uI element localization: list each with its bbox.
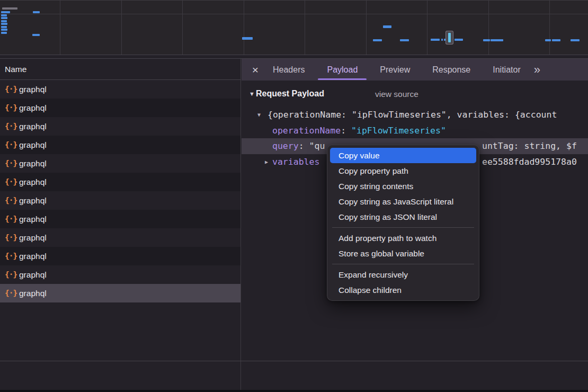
- list-item[interactable]: {·}graphql: [0, 99, 240, 117]
- menu-item-store-as-global-variable[interactable]: Store as global variable: [330, 246, 476, 261]
- menu-item-copy-value[interactable]: Copy value: [330, 148, 476, 163]
- network-activity-bar: [2, 7, 17, 10]
- json-request-icon: {·}: [5, 136, 19, 154]
- key-separator: :: [341, 126, 351, 136]
- expanded-triangle-icon: ▼: [257, 107, 261, 123]
- property-value-string: "ipFlowTimeseries": [351, 126, 446, 136]
- overview-gridline: [60, 1, 60, 55]
- network-activity-bar: [483, 39, 490, 41]
- menu-item-copy-string-js-literal[interactable]: Copy string as JavaScript literal: [330, 194, 476, 209]
- collapse-triangle-icon: ▼: [249, 91, 255, 97]
- network-activity-bar: [400, 39, 409, 41]
- network-activity-bar: [571, 39, 580, 41]
- more-tabs-icon[interactable]: »: [534, 64, 540, 76]
- overview-gridline-horizontal: [0, 14, 588, 14]
- list-item-selected[interactable]: {·}graphql: [0, 284, 240, 302]
- list-item[interactable]: {·}graphql: [0, 136, 240, 154]
- overview-gridline: [244, 1, 244, 55]
- request-name: graphql: [19, 265, 47, 284]
- property-key: operationName: [272, 126, 341, 136]
- list-item[interactable]: {·}graphql: [0, 210, 240, 228]
- request-name: graphql: [19, 154, 47, 173]
- tab-payload[interactable]: Payload: [316, 59, 369, 81]
- column-header-name[interactable]: Name: [0, 59, 240, 80]
- request-name: graphql: [19, 80, 47, 99]
- overview-gridline: [549, 1, 550, 55]
- network-activity-bar: [455, 39, 463, 41]
- summary-bar-divider: [0, 361, 588, 361]
- json-request-icon: {·}: [5, 284, 19, 302]
- details-tabbar: × Headers Payload Preview Response Initi…: [242, 59, 588, 81]
- network-activity-bar: [242, 37, 253, 40]
- menu-item-collapse-children[interactable]: Collapse children: [330, 282, 476, 298]
- network-activity-bar: [1, 32, 7, 34]
- request-name: graphql: [19, 117, 47, 136]
- request-name: graphql: [19, 99, 47, 117]
- menu-divider: [332, 227, 474, 228]
- request-payload-section-header[interactable]: ▼ Request Payload view source: [242, 87, 588, 103]
- list-item[interactable]: {·}graphql: [0, 247, 240, 265]
- menu-item-copy-string-contents[interactable]: Copy string contents: [330, 179, 476, 194]
- json-request-icon: {·}: [5, 265, 19, 284]
- network-activity-bar: [1, 14, 7, 16]
- property-key: query: [272, 141, 299, 151]
- overview-gridline: [305, 1, 305, 55]
- payload-operation-row[interactable]: operationName: "ipFlowTimeseries": [242, 123, 588, 139]
- network-activity-bar: [448, 33, 451, 42]
- request-list-panel: Name {·}graphql {·}graphql {·}graphql {·…: [0, 59, 241, 390]
- property-value-right-fragment: untTag: string, $f: [482, 138, 577, 154]
- list-item[interactable]: {·}graphql: [0, 228, 240, 247]
- json-request-icon: {·}: [5, 228, 19, 247]
- overview-gridline: [182, 1, 183, 55]
- json-request-icon: {·}: [5, 117, 19, 136]
- network-activity-bar: [1, 11, 10, 13]
- tab-initiator[interactable]: Initiator: [482, 59, 531, 81]
- collapsed-triangle-icon: ▶: [265, 154, 268, 170]
- request-name: graphql: [19, 136, 47, 154]
- payload-root-row[interactable]: ▼ {operationName: "ipFlowTimeseries", va…: [242, 107, 588, 123]
- menu-item-copy-string-json-literal[interactable]: Copy string as JSON literal: [330, 209, 476, 225]
- json-request-icon: {·}: [5, 99, 19, 117]
- overview-gridline: [121, 1, 122, 55]
- list-item[interactable]: {·}graphql: [0, 154, 240, 173]
- json-request-icon: {·}: [5, 191, 19, 210]
- network-activity-bar: [373, 39, 382, 41]
- request-name: graphql: [19, 210, 47, 228]
- property-value-left-fragment: "qu: [309, 141, 325, 151]
- json-request-icon: {·}: [5, 210, 19, 228]
- key-separator: :: [299, 141, 309, 151]
- view-source-link[interactable]: view source: [375, 90, 418, 99]
- network-activity-bar: [545, 39, 551, 41]
- request-name: graphql: [19, 228, 47, 247]
- menu-item-expand-recursively[interactable]: Expand recursively: [330, 267, 476, 282]
- json-request-icon: {·}: [5, 80, 19, 99]
- network-activity-bar: [441, 39, 443, 41]
- window-bottom-edge: [0, 390, 588, 392]
- list-item[interactable]: {·}graphql: [0, 173, 240, 191]
- network-activity-bar: [444, 39, 446, 41]
- list-item[interactable]: {·}graphql: [0, 80, 240, 99]
- object-preview-text: {operationName: "ipFlowTimeseries", vari…: [268, 110, 557, 120]
- request-name: graphql: [19, 247, 47, 265]
- list-item[interactable]: {·}graphql: [0, 117, 240, 136]
- property-key: variables: [272, 157, 319, 167]
- menu-item-add-property-path-to-watch[interactable]: Add property path to watch: [330, 230, 476, 246]
- network-activity-bar: [32, 34, 40, 36]
- network-activity-bar: [1, 17, 7, 19]
- list-item[interactable]: {·}graphql: [0, 191, 240, 210]
- close-details-button[interactable]: ×: [249, 64, 262, 75]
- network-activity-bar: [1, 20, 7, 22]
- menu-item-copy-property-path[interactable]: Copy property path: [330, 163, 476, 179]
- overview-gridline: [366, 1, 367, 55]
- menu-divider: [332, 264, 474, 264]
- network-overview[interactable]: [0, 0, 588, 55]
- list-item[interactable]: {·}graphql: [0, 265, 240, 284]
- tab-preview[interactable]: Preview: [369, 59, 421, 81]
- context-menu: Copy value Copy property path Copy strin…: [327, 145, 479, 301]
- json-request-icon: {·}: [5, 247, 19, 265]
- tab-headers[interactable]: Headers: [262, 59, 316, 81]
- tab-response[interactable]: Response: [421, 59, 482, 81]
- request-name: graphql: [19, 284, 47, 302]
- network-activity-bar: [552, 39, 560, 41]
- network-activity-bar: [491, 39, 503, 41]
